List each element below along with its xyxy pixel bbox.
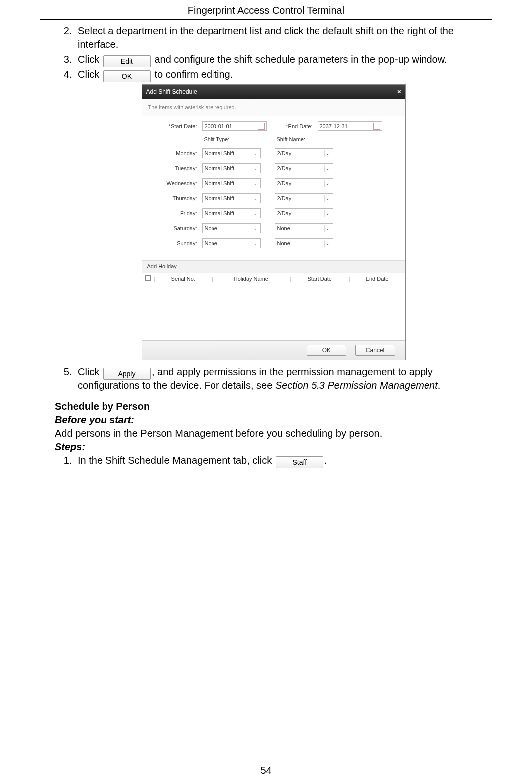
shift-type-value: None — [205, 225, 217, 232]
day-row: Saturday:None⌄None⌄ — [149, 223, 398, 233]
shift-name-value: None — [277, 225, 290, 232]
calendar-icon[interactable] — [373, 123, 380, 130]
shift-type-value: Normal Shift — [205, 180, 235, 187]
holiday-table: Serial No. Holiday Name Start Date End D… — [142, 273, 405, 340]
schedule-by-person-heading: Schedule by Person — [55, 400, 492, 413]
day-row: Friday:Normal Shift⌄2/Day⌄ — [149, 208, 398, 218]
shift-type-value: None — [205, 240, 217, 247]
step-3-pre: Click — [78, 54, 102, 65]
step-2: Select a department in the department li… — [75, 24, 492, 51]
step-5-pre: Click — [78, 366, 102, 377]
day-row: Monday:Normal Shift⌄2/Day⌄ — [149, 148, 398, 158]
chevron-down-icon: ⌄ — [252, 165, 259, 172]
day-label: Sunday: — [149, 240, 199, 247]
chevron-down-icon: ⌄ — [324, 150, 331, 157]
chevron-down-icon: ⌄ — [252, 195, 259, 202]
col-holiday-name: Holiday Name — [212, 273, 290, 285]
end-date-value: 2037-12-31 — [320, 123, 348, 130]
shift-type-dropdown[interactable]: Normal Shift⌄ — [202, 148, 261, 158]
chevron-down-icon: ⌄ — [252, 210, 259, 217]
shift-name-value: 2/Day — [277, 150, 292, 157]
end-date-label: *End Date: — [270, 123, 315, 130]
page-number: 54 — [0, 765, 532, 776]
shift-name-dropdown[interactable]: 2/Day⌄ — [275, 163, 333, 173]
checkbox-all[interactable] — [145, 275, 151, 281]
shift-name-dropdown[interactable]: None⌄ — [275, 238, 333, 248]
edit-button[interactable]: Edit — [103, 55, 151, 67]
apply-button[interactable]: Apply — [103, 368, 151, 380]
steps-label: Steps: — [55, 440, 492, 454]
shift-type-header: Shift Type: — [202, 136, 261, 143]
day-row: Thursday:Normal Shift⌄2/Day⌄ — [149, 193, 398, 203]
shift-type-dropdown[interactable]: Normal Shift⌄ — [202, 193, 261, 203]
day-row: Sunday:None⌄None⌄ — [149, 238, 398, 248]
chevron-down-icon: ⌄ — [252, 180, 259, 187]
day-label: Wednesday: — [149, 180, 199, 187]
before-you-start-label: Before you start: — [55, 413, 492, 427]
chevron-down-icon: ⌄ — [252, 240, 259, 247]
shift-name-dropdown[interactable]: 2/Day⌄ — [275, 148, 333, 158]
shift-type-value: Normal Shift — [205, 210, 235, 217]
add-holiday-section: Add Holiday — [142, 260, 405, 273]
shift-name-dropdown[interactable]: None⌄ — [275, 223, 333, 233]
shift-name-value: 2/Day — [277, 210, 292, 217]
shift-type-value: Normal Shift — [205, 165, 235, 172]
dialog-cancel-button[interactable]: Cancel — [355, 345, 395, 356]
dialog-notice: The items with asterisk are required. — [142, 99, 405, 117]
shift-name-value: None — [277, 240, 290, 247]
shift-name-header: Shift Name: — [275, 136, 333, 143]
shift-type-dropdown[interactable]: Normal Shift⌄ — [202, 163, 261, 173]
end-date-input[interactable]: 2037-12-31 — [318, 121, 382, 131]
shift-name-value: 2/Day — [277, 180, 292, 187]
day-row: Tuesday:Normal Shift⌄2/Day⌄ — [149, 163, 398, 173]
shift-name-value: 2/Day — [277, 195, 292, 202]
step-5: Click Apply, and apply permissions in th… — [75, 365, 492, 392]
shift-type-dropdown[interactable]: Normal Shift⌄ — [202, 178, 261, 188]
shift-type-dropdown[interactable]: None⌄ — [202, 238, 261, 248]
dialog-title: Add Shift Schedule — [146, 88, 197, 96]
person-step-1-pre: In the Shift Schedule Management tab, cl… — [78, 455, 275, 466]
step-4-pre: Click — [78, 69, 102, 80]
ok-button[interactable]: OK — [103, 70, 151, 82]
chevron-down-icon: ⌄ — [324, 210, 331, 217]
chevron-down-icon: ⌄ — [324, 165, 331, 172]
chevron-down-icon: ⌄ — [252, 150, 259, 157]
day-row: Wednesday:Normal Shift⌄2/Day⌄ — [149, 178, 398, 188]
day-label: Saturday: — [149, 225, 199, 232]
chevron-down-icon: ⌄ — [324, 195, 331, 202]
close-icon[interactable]: × — [397, 87, 401, 96]
person-step-1: In the Shift Schedule Management tab, cl… — [75, 454, 492, 467]
shift-name-dropdown[interactable]: 2/Day⌄ — [275, 193, 333, 203]
shift-name-dropdown[interactable]: 2/Day⌄ — [275, 208, 333, 218]
chevron-down-icon: ⌄ — [252, 225, 259, 232]
col-serial: Serial No. — [154, 273, 213, 285]
step-4: Click OK to confirm editing. — [75, 68, 492, 81]
step-3: Click Edit and configure the shift sched… — [75, 53, 492, 66]
chevron-down-icon: ⌄ — [324, 180, 331, 187]
shift-name-value: 2/Day — [277, 165, 292, 172]
calendar-icon[interactable] — [258, 123, 265, 130]
day-label: Monday: — [149, 150, 199, 157]
shift-type-value: Normal Shift — [205, 150, 235, 157]
start-date-value: 2000-01-01 — [205, 123, 232, 130]
shift-name-dropdown[interactable]: 2/Day⌄ — [275, 178, 333, 188]
start-date-input[interactable]: 2000-01-01 — [202, 121, 267, 131]
chevron-down-icon: ⌄ — [324, 240, 331, 247]
step-5-ref: Section 5.3 Permission Management — [275, 380, 438, 391]
chevron-down-icon: ⌄ — [324, 225, 331, 232]
shift-type-value: Normal Shift — [205, 195, 235, 202]
col-end-date: End Date — [349, 273, 405, 285]
dialog-ok-button[interactable]: OK — [307, 345, 346, 356]
step-5-end: . — [438, 380, 441, 391]
start-date-label: *Start Date: — [149, 123, 199, 130]
add-shift-schedule-dialog: Add Shift Schedule × The items with aste… — [142, 84, 406, 360]
step-4-post: to confirm editing. — [152, 69, 233, 80]
before-you-start-text: Add persons in the Person Management bef… — [55, 427, 492, 440]
shift-type-dropdown[interactable]: Normal Shift⌄ — [202, 208, 261, 218]
shift-type-dropdown[interactable]: None⌄ — [202, 223, 261, 233]
col-start-date: Start Date — [290, 273, 349, 285]
staff-button[interactable]: Staff — [276, 456, 323, 468]
day-label: Friday: — [149, 210, 199, 217]
step-3-post: and configure the shift schedule paramet… — [152, 54, 447, 65]
person-step-1-post: . — [324, 455, 327, 466]
